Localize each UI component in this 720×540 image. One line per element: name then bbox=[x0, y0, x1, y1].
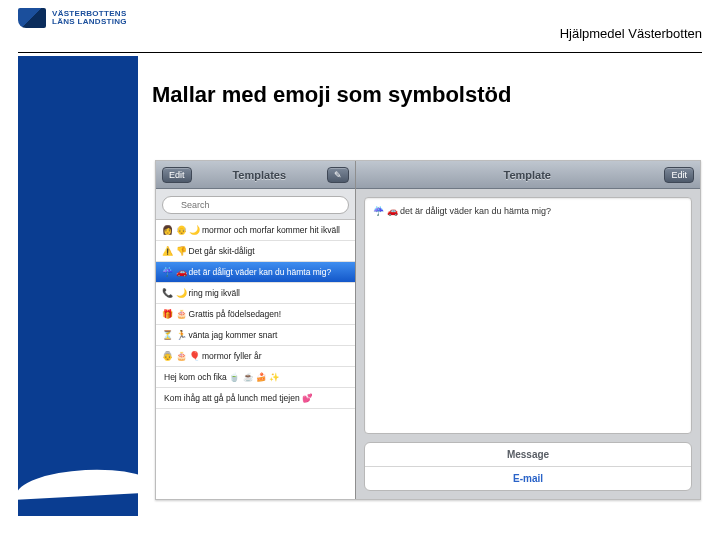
search-wrap bbox=[156, 189, 355, 220]
compose-button[interactable]: ✎ bbox=[327, 167, 349, 183]
header-right-text: Hjälpmedel Västerbotten bbox=[560, 8, 702, 41]
template-preview: ☔ 🚗 det är dåligt väder kan du hämta mig… bbox=[364, 197, 692, 434]
search-input[interactable] bbox=[162, 196, 349, 214]
edit-button[interactable]: Edit bbox=[162, 167, 192, 183]
list-item[interactable]: Hej kom och fika 🍵 ☕ 🍰 ✨ bbox=[156, 367, 355, 388]
item-emoji: 📞 🌙 bbox=[162, 288, 187, 298]
item-text: det är dåligt väder kan du hämta mig? bbox=[189, 267, 332, 277]
slide-sidebar bbox=[18, 56, 138, 516]
header-rule bbox=[18, 52, 702, 54]
logo-text: VÄSTERBOTTENS LÄNS LANDSTING bbox=[52, 10, 127, 26]
item-emoji: ⚠️ 👎 bbox=[162, 246, 187, 256]
page-title: Mallar med emoji som symbolstöd bbox=[152, 82, 511, 108]
action-buttons: Message E-mail bbox=[364, 442, 692, 491]
item-emoji: 🎁 🎂 bbox=[162, 309, 187, 319]
list-item[interactable]: 👵 🎂 🎈mormor fyller år bbox=[156, 346, 355, 367]
templates-toolbar: Edit Templates ✎ bbox=[156, 161, 355, 189]
item-text: mormor fyller år bbox=[202, 351, 262, 361]
item-emoji: 👵 🎂 🎈 bbox=[162, 351, 200, 361]
item-text: mormor och morfar kommer hit ikväll bbox=[202, 225, 340, 235]
item-text: Hej kom och fika 🍵 ☕ 🍰 ✨ bbox=[164, 372, 280, 382]
item-emoji: ☔ 🚗 bbox=[162, 267, 187, 277]
list-item[interactable]: ☔ 🚗det är dåligt väder kan du hämta mig? bbox=[156, 262, 355, 283]
list-item[interactable]: 📞 🌙ring mig ikväll bbox=[156, 283, 355, 304]
org-line-2: LÄNS LANDSTING bbox=[52, 18, 127, 26]
message-button[interactable]: Message bbox=[365, 443, 691, 467]
templates-list: 👩 👴 🌙mormor och morfar kommer hit ikväll… bbox=[156, 220, 355, 499]
template-detail-pane: Template Edit ☔ 🚗 det är dåligt väder ka… bbox=[356, 161, 700, 499]
item-emoji: ⏳ 🏃 bbox=[162, 330, 187, 340]
item-text: Grattis på födelsedagen! bbox=[189, 309, 282, 319]
list-item[interactable]: Kom ihåg att gå på lunch med tjejen 💕 bbox=[156, 388, 355, 409]
item-text: Det går skit-dåligt bbox=[189, 246, 255, 256]
list-item[interactable]: 👩 👴 🌙mormor och morfar kommer hit ikväll bbox=[156, 220, 355, 241]
templates-title: Templates bbox=[192, 169, 327, 181]
list-item[interactable]: ⚠️ 👎Det går skit-dåligt bbox=[156, 241, 355, 262]
template-title: Template bbox=[390, 169, 664, 181]
logo-mark bbox=[18, 8, 46, 28]
list-item[interactable]: 🎁 🎂Grattis på födelsedagen! bbox=[156, 304, 355, 325]
app-window: Edit Templates ✎ 👩 👴 🌙mormor och morfar … bbox=[155, 160, 701, 500]
templates-pane: Edit Templates ✎ 👩 👴 🌙mormor och morfar … bbox=[156, 161, 356, 499]
item-emoji: 👩 👴 🌙 bbox=[162, 225, 200, 235]
item-text: ring mig ikväll bbox=[189, 288, 241, 298]
edit-template-button[interactable]: Edit bbox=[664, 167, 694, 183]
email-button[interactable]: E-mail bbox=[365, 467, 691, 490]
item-text: Kom ihåg att gå på lunch med tjejen 💕 bbox=[164, 393, 313, 403]
logo-block: VÄSTERBOTTENS LÄNS LANDSTING bbox=[18, 8, 127, 28]
slide-header: VÄSTERBOTTENS LÄNS LANDSTING Hjälpmedel … bbox=[0, 0, 720, 54]
template-toolbar: Template Edit bbox=[356, 161, 700, 189]
list-item[interactable]: ⏳ 🏃vänta jag kommer snart bbox=[156, 325, 355, 346]
item-text: vänta jag kommer snart bbox=[189, 330, 278, 340]
